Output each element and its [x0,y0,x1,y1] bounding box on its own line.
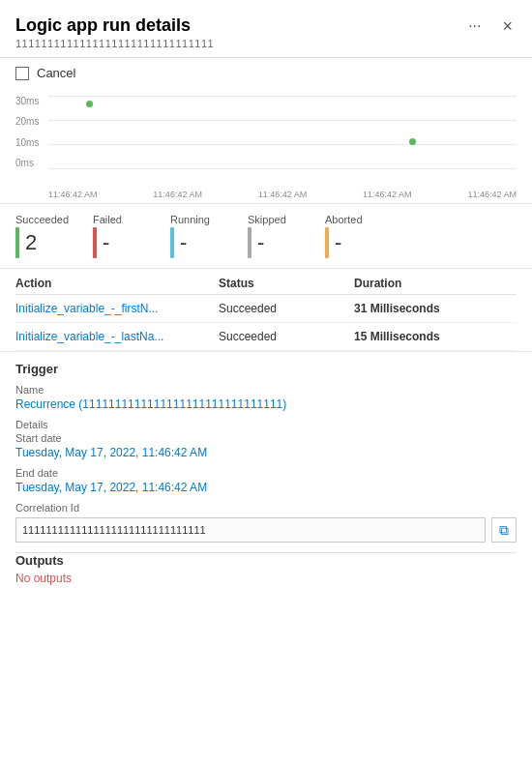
end-date-label: End date [15,467,517,479]
status-item-succeeded: Succeeded 2 [15,214,74,258]
status-value-aborted: - [335,232,341,253]
grid-line-bottom [48,168,517,169]
copy-icon: ⧉ [499,522,509,539]
status-label-aborted: Aborted [325,214,363,225]
y-label-30: 30ms [15,96,39,106]
chart-dot-2 [409,138,416,145]
status-item-inner-aborted: - [325,227,341,258]
x-label-2: 11:46:42 AM [153,190,202,199]
header: Logic app run details 111111111111111111… [0,0,532,58]
chart-section: 30ms 20ms 10ms 0ms 11:46:42 AM 11:46:42 … [0,88,532,204]
trigger-header: Trigger [15,362,517,376]
x-label-1: 11:46:42 AM [48,190,98,199]
status-item-running: Running - [170,214,228,258]
table-header-row: Action Status Duration [15,269,517,295]
grid-line-top [48,96,517,97]
header-subtitle: 1111111111111111111111111111111 [15,38,462,49]
cell-status-2: Succeeded [219,330,354,343]
cell-duration-2: 15 Milliseconds [354,330,517,343]
status-item-inner-succeeded: 2 [15,227,37,258]
status-label-succeeded: Succeeded [15,214,69,225]
chart-x-labels: 11:46:42 AM 11:46:42 AM 11:46:42 AM 11:4… [48,190,517,199]
status-item-failed: Failed - [93,214,151,258]
status-item-inner-skipped: - [248,227,264,258]
correlation-input[interactable] [15,517,486,543]
no-outputs-label: No outputs [15,572,517,585]
start-date-value: Tuesday, May 17, 2022, 11:46:42 AM [15,446,517,459]
actions-table: Action Status Duration Initialize_variab… [0,269,532,352]
status-item-aborted: Aborted - [325,214,383,258]
cancel-checkbox[interactable] [15,67,29,80]
cell-action-1[interactable]: Initialize_variable_-_firstN... [15,302,219,315]
correlation-label: Correlation Id [15,502,517,514]
header-left: Logic app run details 111111111111111111… [15,15,462,49]
toolbar: Cancel [0,58,532,88]
chart-y-labels: 30ms 20ms 10ms 0ms [15,96,39,168]
outputs-section: Outputs No outputs [0,553,532,601]
start-date-label: Start date [15,432,517,444]
x-label-5: 11:46:42 AM [467,190,517,199]
status-value-skipped: - [257,232,264,253]
col-header-duration: Duration [354,277,517,290]
header-actions: ··· × [462,15,517,37]
chart-dot-1 [86,101,93,107]
status-value-succeeded: 2 [25,232,37,253]
bar-skipped [248,227,251,258]
table-row[interactable]: Initialize_variable_-_firstN... Succeede… [15,295,517,323]
status-label-failed: Failed [93,214,122,225]
status-label-skipped: Skipped [248,214,286,225]
status-item-inner-failed: - [93,227,109,258]
cell-duration-1: 31 Milliseconds [354,302,517,315]
status-item-inner-running: - [170,227,187,258]
status-row: Succeeded 2 Failed - Running - Skipped [0,204,532,269]
close-button[interactable]: × [498,15,517,37]
cell-status-1: Succeeded [219,302,354,315]
x-label-4: 11:46:42 AM [363,190,412,199]
y-label-10: 10ms [15,137,39,148]
status-value-running: - [180,232,187,253]
bar-running [170,227,174,258]
outputs-label: Outputs [15,553,517,568]
cell-action-2[interactable]: Initialize_variable_-_lastNa... [15,330,219,343]
trigger-name-value[interactable]: Recurrence (1111111111111111111111111111… [15,397,517,411]
col-header-action: Action [15,277,219,290]
status-item-skipped: Skipped - [248,214,306,258]
status-value-failed: - [103,232,109,253]
ellipsis-button[interactable]: ··· [462,15,487,37]
bar-succeeded [15,227,19,258]
copy-button[interactable]: ⧉ [491,517,517,543]
panel: Logic app run details 111111111111111111… [0,0,532,764]
chart-grid [48,96,517,168]
table-row[interactable]: Initialize_variable_-_lastNa... Succeede… [15,323,517,351]
grid-line-mid1 [48,120,517,121]
grid-line-mid2 [48,144,517,145]
y-label-20: 20ms [15,116,39,127]
end-date-value: Tuesday, May 17, 2022, 11:46:42 AM [15,481,517,494]
details-section: Trigger Name Recurrence (111111111111111… [0,352,532,543]
correlation-row: ⧉ [15,517,517,543]
x-label-3: 11:46:42 AM [258,190,308,199]
name-label: Name [15,384,517,396]
page-title: Logic app run details [15,15,462,36]
details-label: Details [15,419,517,430]
cancel-label[interactable]: Cancel [37,66,75,80]
bar-aborted [325,227,329,258]
col-header-status: Status [219,277,354,290]
y-label-0: 0ms [15,158,39,168]
status-label-running: Running [170,214,210,225]
bar-failed [93,227,97,258]
